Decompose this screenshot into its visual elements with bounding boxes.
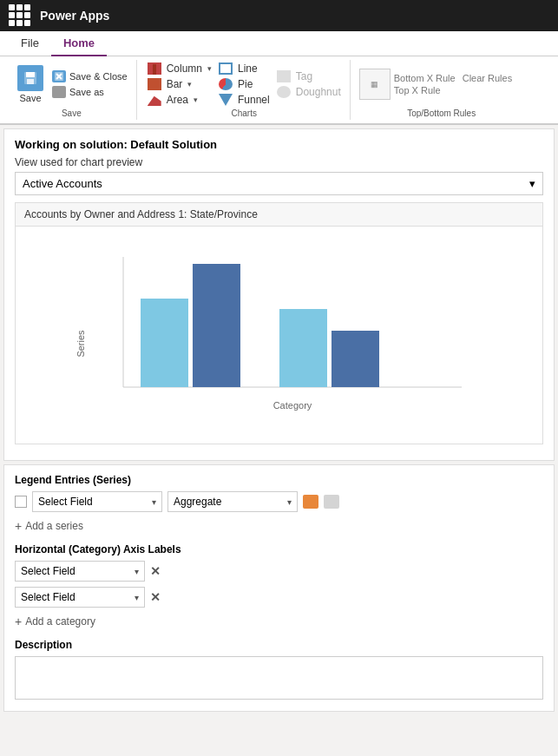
- main-content: Working on solution: Default Solution Vi…: [3, 128, 555, 461]
- title-bar: Power Apps: [0, 0, 558, 31]
- legend-label: Legend Entries (Series): [15, 474, 543, 486]
- series-select-field[interactable]: Select Field ▾: [32, 491, 162, 512]
- category-remove-1[interactable]: ✕: [150, 564, 161, 578]
- ribbon-group-charts: Column ▾ Bar ▾ Area ▾ Line: [139, 60, 351, 120]
- svg-text:Category: Category: [272, 400, 312, 411]
- bottom-x-rule-label: Bottom X Rule: [394, 73, 456, 83]
- series-checkbox[interactable]: [15, 496, 27, 508]
- save-icon: [17, 65, 43, 91]
- aggregate-select-arrow: ▾: [287, 497, 292, 507]
- save-as-label: Save as: [69, 87, 104, 97]
- bottom-panel: Legend Entries (Series) Select Field ▾ A…: [3, 464, 555, 712]
- series-grid-icon[interactable]: [324, 495, 339, 509]
- app-title: Power Apps: [40, 9, 109, 23]
- topbottom-group-label: Top/Bottom Rules: [407, 108, 476, 118]
- bar-chart-button[interactable]: Bar ▾: [146, 77, 213, 91]
- view-label: View used for chart preview: [15, 156, 543, 168]
- category-select-label-1: Select Field: [21, 565, 75, 577]
- top-x-rule-label: Top X Rule: [394, 85, 456, 95]
- app-grid-icon[interactable]: [9, 4, 31, 27]
- area-chart-button[interactable]: Area ▾: [146, 93, 213, 107]
- aggregate-select-label: Aggregate: [174, 496, 221, 508]
- svg-rect-1: [26, 72, 35, 77]
- series-select-label: Select Field: [38, 496, 93, 508]
- desc-textarea[interactable]: [15, 656, 543, 700]
- category-arrow-1: ▾: [135, 567, 139, 576]
- category-select-1[interactable]: Select Field ▾: [15, 561, 145, 582]
- line-chart-button[interactable]: Line: [217, 62, 272, 76]
- category-row-2: Select Field ▾ ✕: [15, 587, 543, 608]
- svg-rect-2: [27, 79, 34, 84]
- save-group-content: Save Save & Close Save as: [14, 62, 129, 107]
- svg-rect-11: [279, 309, 327, 387]
- category-select-2[interactable]: Select Field ▾: [15, 587, 145, 608]
- save-small-buttons: Save & Close Save as: [50, 69, 129, 99]
- h-axis-label: Horizontal (Category) Axis Labels: [15, 543, 543, 555]
- working-on-label: Working on solution: Default Solution: [15, 138, 543, 151]
- charts-group-label: Charts: [231, 108, 256, 118]
- category-remove-2[interactable]: ✕: [150, 590, 161, 604]
- ribbon-group-save: Save Save & Close Save as Save: [7, 60, 137, 120]
- category-arrow-2: ▾: [135, 593, 139, 602]
- svg-rect-12: [332, 331, 379, 387]
- topx-options: Bottom X Rule Clear Rules Top X Rule: [394, 73, 524, 95]
- tag-chart-button: Tag: [275, 69, 343, 83]
- topx-content: ▦ Bottom X Rule Clear Rules Top X Rule: [359, 62, 524, 107]
- area-label: Area: [167, 94, 188, 106]
- doughnut-label: Doughnut: [296, 86, 341, 98]
- ribbon-group-topx: ▦ Bottom X Rule Clear Rules Top X Rule T…: [352, 60, 531, 120]
- funnel-chart-button[interactable]: Funnel: [217, 93, 272, 107]
- add-series-label: Add a series: [25, 520, 83, 532]
- desc-label: Description: [15, 639, 543, 651]
- svg-rect-9: [141, 299, 188, 387]
- line-label: Line: [238, 62, 258, 75]
- view-dropdown-value: Active Accounts: [23, 177, 102, 190]
- save-label: Save: [19, 93, 41, 103]
- series-color-icon[interactable]: [303, 495, 318, 509]
- ribbon-tabs: File Home: [0, 31, 558, 56]
- save-close-label: Save & Close: [69, 71, 128, 82]
- view-dropdown[interactable]: Active Accounts ▾: [15, 172, 543, 195]
- ribbon-toolbar: Save Save & Close Save as Save: [0, 56, 558, 125]
- view-dropdown-arrow: ▾: [529, 177, 535, 190]
- chart-svg: Series Category: [24, 235, 534, 435]
- clear-rules-label: Clear Rules: [463, 73, 524, 83]
- funnel-label: Funnel: [238, 94, 270, 106]
- save-group-label: Save: [62, 108, 82, 118]
- category-row-1: Select Field ▾ ✕: [15, 561, 543, 582]
- tab-home[interactable]: Home: [51, 31, 107, 56]
- series-select-arrow: ▾: [152, 497, 156, 507]
- charts-group-content: Column ▾ Bar ▾ Area ▾ Line: [146, 62, 343, 107]
- aggregate-select-field[interactable]: Aggregate ▾: [167, 491, 298, 512]
- tag-label: Tag: [296, 70, 312, 82]
- add-category-link[interactable]: + Add a category: [15, 613, 543, 630]
- svg-text:Series: Series: [75, 330, 86, 358]
- column-chart-button[interactable]: Column ▾: [146, 62, 213, 76]
- save-button[interactable]: Save: [14, 63, 47, 105]
- svg-rect-10: [193, 264, 240, 387]
- doughnut-chart-button: Doughnut: [275, 85, 343, 99]
- column-label: Column: [167, 62, 202, 75]
- chart-area: Series Category: [15, 227, 543, 444]
- save-close-button[interactable]: Save & Close: [50, 69, 129, 83]
- pie-label: Pie: [238, 78, 253, 90]
- add-category-plus-icon: +: [15, 615, 22, 628]
- save-as-button[interactable]: Save as: [50, 85, 129, 99]
- bar-label: Bar: [167, 78, 183, 90]
- add-category-label: Add a category: [25, 615, 95, 628]
- pie-chart-button[interactable]: Pie: [217, 77, 272, 91]
- chart-title: Accounts by Owner and Address 1: State/P…: [24, 208, 258, 220]
- category-select-label-2: Select Field: [21, 591, 75, 603]
- chart-title-bar: Accounts by Owner and Address 1: State/P…: [15, 202, 543, 227]
- tab-file[interactable]: File: [9, 31, 51, 56]
- add-series-link[interactable]: + Add a series: [15, 517, 543, 535]
- topx-icon: ▦: [359, 69, 391, 100]
- add-series-plus-icon: +: [15, 519, 22, 533]
- series-row: Select Field ▾ Aggregate ▾: [15, 491, 543, 512]
